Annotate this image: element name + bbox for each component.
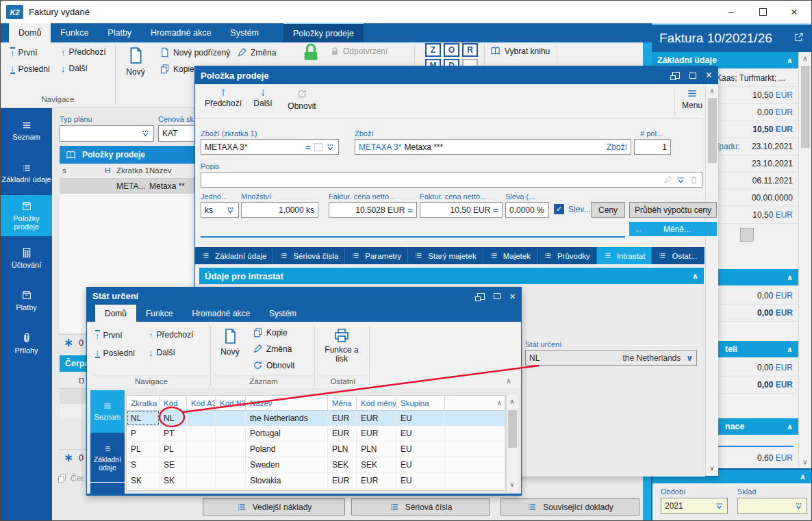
scroll-thumb[interactable]	[708, 98, 717, 163]
r-button[interactable]: R	[462, 43, 478, 57]
dropdown-icon[interactable]	[326, 143, 335, 151]
country-row-pl[interactable]: PLPLPolandPLNPLNEU	[127, 442, 505, 457]
zbozi-field[interactable]: METAXA 3*Metaxa *** Zboží	[355, 139, 631, 155]
ceny-button[interactable]: Ceny	[591, 202, 625, 218]
cena2-field[interactable]: 10,50 EUR ≈	[420, 202, 503, 218]
col-s[interactable]: s	[62, 166, 66, 175]
col-d[interactable]: D	[79, 377, 84, 385]
next-button[interactable]: ↓Další	[61, 64, 88, 73]
country-table-scrollbar[interactable]: ∧ ∨	[506, 395, 518, 491]
stack-icon[interactable]: ≈	[407, 205, 413, 216]
vedlejsi-naklady-button[interactable]: Vedlejší náklady	[203, 498, 345, 516]
minimize-button[interactable]: ─	[715, 1, 747, 23]
dock-icon[interactable]	[672, 72, 680, 79]
sdlg-print-button[interactable]: Funkce a tisk	[320, 327, 364, 364]
mene-button[interactable]: ← Méně...	[629, 222, 717, 236]
last-button[interactable]: ↓Poslední	[10, 64, 50, 74]
seriova-cisla-button[interactable]: Sériová čísla	[351, 498, 490, 516]
sklad-field[interactable]	[737, 498, 807, 514]
tab-majetek[interactable]: Majetek	[483, 247, 537, 264]
sidebar-item-seznam[interactable]: Seznam	[1, 110, 52, 151]
maximize-icon[interactable]	[494, 293, 500, 299]
stack-icon[interactable]: ≈	[305, 142, 311, 153]
o-button[interactable]: O	[444, 43, 459, 57]
dlg-menu-button[interactable]: Menu	[680, 88, 705, 110]
sdlg-tab-domu[interactable]: Domů	[95, 305, 136, 322]
item-dialog-titlebar[interactable]: Položka prodeje ×	[195, 66, 718, 84]
close-icon[interactable]: ×	[706, 69, 712, 81]
obdobi-field[interactable]: 2021	[661, 498, 728, 514]
cenova-skupina-field[interactable]: KAT	[158, 125, 199, 142]
z-button[interactable]: Z	[425, 43, 441, 57]
sleva-field[interactable]: 0,0000 %	[505, 202, 549, 218]
dock-icon[interactable]	[477, 293, 485, 300]
sdlg-sidebar-zakladni[interactable]: Základní údaje	[90, 434, 125, 483]
first-button[interactable]: ↑První	[10, 47, 38, 58]
invoice-checkbox[interactable]	[740, 228, 754, 242]
country-row-pt[interactable]: PPTPortugalEUREUREU	[127, 426, 505, 442]
tab-intrastat[interactable]: Intrastat	[597, 247, 652, 264]
country-row-sk[interactable]: SKSKSlovakiaEUREUREU	[127, 473, 505, 489]
state-dialog-titlebar[interactable]: Stát určení ×	[87, 288, 521, 305]
select-book-button[interactable]: Vybrat knihu	[490, 46, 550, 56]
tab-seriova-cisla[interactable]: Sériová čísla	[273, 247, 345, 264]
zbozi-zkratka-field[interactable]: METAXA 3* ≈	[201, 139, 339, 155]
maximize-button[interactable]	[747, 1, 778, 23]
intrastat-section-header[interactable]: Údaje pro intrastat∧	[199, 268, 704, 284]
tab-platby[interactable]: Platby	[98, 23, 141, 42]
dlg-previous-button[interactable]: ↑Předchozí	[203, 88, 243, 108]
ribbon-collapse-icon[interactable]: ∧	[506, 377, 511, 385]
sdlg-tab-funkce[interactable]: Funkce	[136, 305, 182, 322]
col-kod[interactable]: Kód	[160, 396, 187, 411]
col-zkratka[interactable]: Zkratka	[127, 396, 160, 411]
zbozi-link[interactable]: Zboží	[607, 142, 627, 152]
sidebar-item-platby[interactable]: Platby	[1, 280, 52, 321]
maximize-icon[interactable]	[689, 73, 696, 79]
col-kod-n3[interactable]: Kód N3	[216, 396, 246, 411]
jednotka-field[interactable]: ks	[201, 202, 239, 218]
dropdown-icon[interactable]	[676, 176, 685, 184]
col-nazev[interactable]: Název	[149, 166, 172, 175]
close-button[interactable]: ×	[778, 1, 810, 23]
col-mena[interactable]: Měna	[328, 396, 357, 411]
sidebar-item-zakladni-udaje[interactable]: Základní údaje	[1, 153, 52, 194]
sdlg-refresh-button[interactable]: Obnovit	[253, 360, 294, 370]
sdlg-tab-system[interactable]: Systém	[259, 305, 306, 322]
popis-field[interactable]	[201, 172, 702, 188]
tab-parametry[interactable]: Parametry	[345, 247, 408, 264]
dlg-refresh-button[interactable]: Obnovit	[284, 88, 320, 111]
invoice-scrollbar[interactable]: ∧ ∨	[798, 52, 811, 468]
col-h[interactable]: H	[105, 166, 110, 175]
sleva-checkbox[interactable]: ✓	[554, 204, 564, 214]
stat-urceni-combo[interactable]: NL the Netherlands ∨	[525, 350, 697, 366]
typ-planu-field[interactable]	[60, 125, 154, 142]
sdlg-previous-button[interactable]: ↑Předchozí	[149, 330, 194, 340]
col-kod-a3[interactable]: Kód A3	[187, 396, 216, 411]
tab-pruvodky[interactable]: Průvodky	[537, 247, 597, 264]
tab-system[interactable]: Systém	[220, 23, 268, 42]
tab-hromadne-akce[interactable]: Hromadné akce	[141, 23, 220, 42]
col-zkratka1[interactable]: Zkratka 1	[116, 166, 149, 175]
scroll-thumb[interactable]	[508, 410, 517, 448]
external-link-icon[interactable]	[794, 32, 804, 42]
dlg-next-button[interactable]: ↓Další	[249, 88, 277, 108]
tab-domu[interactable]: Domů	[9, 23, 51, 42]
sdlg-copy-button[interactable]: Kopie	[253, 327, 288, 338]
sidebar-item-uctovani[interactable]: Účtování	[1, 238, 52, 279]
prubeh-vypoctu-button[interactable]: Průběh výpočtu ceny	[629, 202, 717, 218]
col-nazev[interactable]: Název	[246, 396, 328, 411]
sdlg-new-button[interactable]: Nový	[214, 327, 246, 357]
stack-icon[interactable]: ≈	[493, 205, 498, 216]
previous-button[interactable]: ↑Předchozí	[61, 47, 106, 57]
tab-funkce[interactable]: Funkce	[51, 23, 98, 42]
close-icon[interactable]: ×	[509, 290, 516, 302]
scroll-thumb[interactable]	[801, 66, 810, 148]
sidebar-item-prilohy[interactable]: Přílohy	[1, 322, 52, 364]
mnozstvi-field[interactable]: 1,0000 ks	[241, 202, 318, 218]
tab-zakladni-udaje[interactable]: Základní údaje	[195, 247, 273, 264]
pocet-field[interactable]: 1	[634, 139, 671, 155]
sdlg-tab-hromadne[interactable]: Hromadné akce	[182, 305, 259, 322]
country-row-se[interactable]: SSESwedenSEKSEKEU	[127, 457, 505, 473]
sdlg-last-button[interactable]: ↓Poslední	[95, 348, 135, 358]
tab-polozky-prodeje[interactable]: Položky prodeje	[283, 23, 364, 43]
